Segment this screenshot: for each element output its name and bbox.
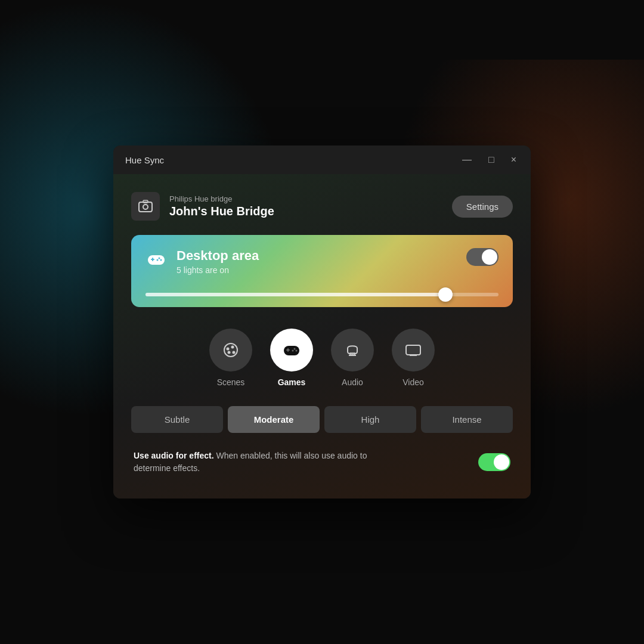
maximize-button[interactable]: □: [486, 154, 497, 166]
intensity-intense[interactable]: Intense: [421, 406, 513, 433]
app-title: Hue Sync: [125, 155, 164, 165]
svg-rect-0: [139, 202, 152, 212]
audio-toggle-thumb: [494, 454, 509, 470]
audio-toggle-track[interactable]: [478, 453, 510, 471]
scenes-label: Scenes: [217, 377, 245, 387]
svg-rect-3: [148, 255, 165, 265]
bridge-name: John's Hue Bridge: [169, 205, 274, 218]
mode-section: Scenes Games: [131, 329, 513, 387]
audio-effect-bold: Use audio for effect.: [134, 451, 214, 460]
svg-point-8: [157, 259, 159, 261]
mode-item-video[interactable]: Video: [392, 329, 435, 387]
intensity-high[interactable]: High: [324, 406, 416, 433]
video-label: Video: [402, 377, 424, 387]
svg-point-17: [294, 348, 296, 349]
area-card-left: Desktop area 5 lights are on: [145, 248, 259, 274]
video-icon-circle: [392, 329, 435, 371]
brightness-slider-thumb[interactable]: [438, 287, 453, 302]
svg-point-19: [292, 349, 294, 351]
area-card-top: Desktop area 5 lights are on: [145, 248, 499, 274]
intensity-moderate[interactable]: Moderate: [228, 406, 320, 433]
mode-item-scenes[interactable]: Scenes: [209, 329, 252, 387]
intensity-subtle[interactable]: Subtle: [131, 406, 223, 433]
audio-label: Audio: [342, 377, 363, 387]
svg-point-6: [159, 257, 160, 259]
brightness-slider-track[interactable]: [145, 293, 499, 296]
area-card: Desktop area 5 lights are on: [131, 235, 513, 306]
titlebar: Hue Sync — □ ×: [113, 145, 531, 174]
area-toggle[interactable]: [466, 248, 499, 266]
area-title: Desktop area: [177, 248, 259, 264]
mode-item-audio[interactable]: Audio: [331, 329, 374, 387]
brightness-slider-fill: [145, 293, 445, 296]
intensity-section: Subtle Moderate High Intense: [131, 406, 513, 433]
window-controls: — □ ×: [460, 154, 519, 166]
games-icon-circle: [270, 329, 313, 371]
svg-point-10: [227, 347, 230, 350]
svg-rect-22: [406, 345, 420, 355]
bridge-section: Philips Hue bridge John's Hue Bridge Set…: [131, 192, 513, 221]
area-subtitle: 5 lights are on: [177, 265, 259, 275]
bridge-icon: [131, 192, 160, 221]
audio-effect-text: Use audio for effect. When enabled, this…: [134, 450, 405, 475]
svg-point-1: [143, 205, 148, 209]
app-window: Hue Sync — □ × Philips Hue bridge: [113, 145, 531, 498]
scenes-icon-circle: [209, 329, 252, 371]
bridge-label: Philips Hue bridge: [169, 194, 274, 203]
svg-point-7: [160, 259, 162, 261]
audio-effect-section: Use audio for effect. When enabled, this…: [131, 450, 513, 475]
svg-point-13: [228, 351, 231, 354]
brightness-slider-container: [145, 287, 499, 307]
audio-icon-circle: [331, 329, 374, 371]
minimize-button[interactable]: —: [460, 154, 474, 166]
mode-item-games[interactable]: Games: [270, 329, 313, 387]
area-toggle-thumb: [482, 249, 497, 265]
svg-point-9: [224, 343, 237, 357]
bridge-text: Philips Hue bridge John's Hue Bridge: [169, 194, 274, 218]
svg-point-18: [296, 349, 298, 351]
svg-rect-5: [152, 258, 153, 261]
svg-point-11: [231, 345, 234, 348]
settings-button[interactable]: Settings: [452, 196, 513, 218]
gamepad-icon: [145, 249, 167, 274]
games-label: Games: [278, 377, 306, 387]
audio-effect-toggle[interactable]: [478, 453, 510, 471]
svg-rect-16: [287, 348, 289, 352]
window-body: Philips Hue bridge John's Hue Bridge Set…: [113, 174, 531, 498]
area-toggle-track[interactable]: [466, 248, 499, 266]
svg-point-12: [233, 351, 236, 354]
area-text: Desktop area 5 lights are on: [177, 248, 259, 274]
bridge-info: Philips Hue bridge John's Hue Bridge: [131, 192, 274, 221]
close-button[interactable]: ×: [509, 154, 519, 166]
